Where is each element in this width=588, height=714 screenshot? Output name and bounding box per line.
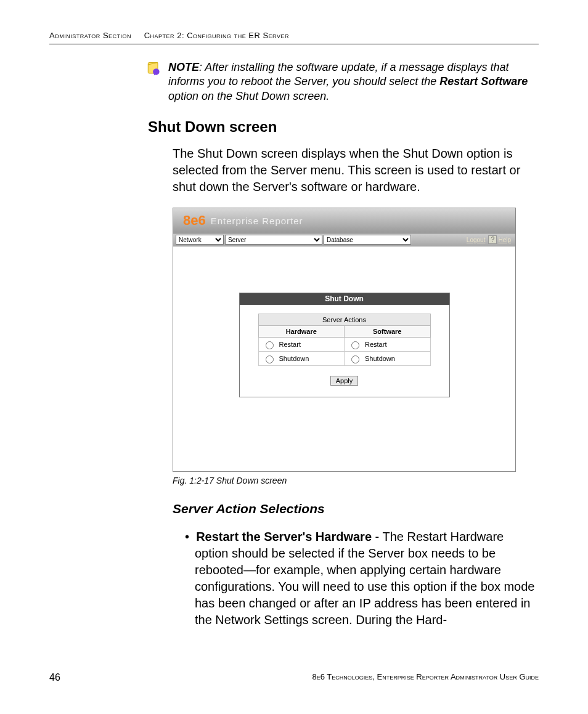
page-footer: 46 8e6 Technologies, Enterprise Reporter… bbox=[49, 672, 539, 683]
app-menubar: Network Server Database Logout ? Help bbox=[173, 233, 515, 246]
bullet-rest: - The Restart Hardware option should be … bbox=[195, 530, 534, 627]
app-window: 8e6 Enterprise Reporter Network Server D… bbox=[173, 208, 516, 472]
radio-sw-shutdown-input[interactable] bbox=[351, 355, 359, 363]
apply-button[interactable]: Apply bbox=[330, 376, 359, 386]
table-group-header: Server Actions bbox=[258, 314, 430, 326]
running-header-left: Administrator Section bbox=[49, 31, 131, 40]
radio-hw-restart-input[interactable] bbox=[266, 341, 274, 349]
help-link-text: Help bbox=[498, 237, 513, 243]
note-body-2: option on the Shut Down screen. bbox=[168, 90, 329, 102]
help-link[interactable]: ? Help bbox=[488, 235, 513, 244]
running-header: Administrator Section Chapter 2: Configu… bbox=[49, 31, 539, 44]
radio-hw-shutdown-label: Shutdown bbox=[279, 355, 309, 362]
intro-paragraph: The Shut Down screen displays when the S… bbox=[173, 145, 539, 195]
radio-hw-restart-label: Restart bbox=[279, 341, 301, 348]
page-number: 46 bbox=[49, 672, 60, 683]
col-hardware: Hardware bbox=[258, 326, 345, 338]
radio-sw-restart-input[interactable] bbox=[351, 341, 359, 349]
panel-title: Shut Down bbox=[240, 293, 449, 305]
radio-hw-restart[interactable]: Restart bbox=[263, 339, 341, 349]
figure-shutdown-screen: 8e6 Enterprise Reporter Network Server D… bbox=[173, 208, 539, 472]
app-banner: 8e6 Enterprise Reporter bbox=[173, 208, 515, 233]
bullet-bold: Restart the Server's Hardware bbox=[196, 530, 372, 543]
app-logo: 8e6 bbox=[183, 213, 206, 229]
radio-sw-restart[interactable]: Restart bbox=[348, 339, 427, 349]
col-software: Software bbox=[345, 326, 431, 338]
radio-hw-shutdown-input[interactable] bbox=[266, 355, 274, 363]
radio-sw-shutdown[interactable]: Shutdown bbox=[348, 354, 427, 363]
table-row: Shutdown Shutdown bbox=[258, 352, 430, 366]
shutdown-panel: Shut Down Server Actions Hardware Softwa… bbox=[239, 293, 450, 397]
radio-sw-restart-label: Restart bbox=[365, 341, 386, 348]
radio-hw-shutdown[interactable]: Shutdown bbox=[263, 354, 341, 363]
running-header-right: Chapter 2: Configuring the ER Server bbox=[144, 31, 289, 40]
server-actions-table: Server Actions Hardware Software Restart bbox=[258, 314, 431, 366]
note-block: NOTE: After installing the software upda… bbox=[145, 60, 539, 103]
note-text: NOTE: After installing the software upda… bbox=[168, 60, 539, 103]
figure-caption: Fig. 1:2-17 Shut Down screen bbox=[173, 476, 539, 485]
bullet-restart-hardware: • Restart the Server's Hardware - The Re… bbox=[185, 529, 539, 628]
table-row: Restart Restart bbox=[258, 338, 430, 352]
menu-server[interactable]: Server bbox=[225, 235, 322, 245]
app-body: Shut Down Server Actions Hardware Softwa… bbox=[173, 246, 515, 471]
app-title: Enterprise Reporter bbox=[211, 216, 303, 226]
svg-point-1 bbox=[153, 68, 160, 75]
subheading-server-actions: Server Action Selections bbox=[173, 501, 539, 516]
note-icon bbox=[145, 60, 162, 78]
menu-network[interactable]: Network bbox=[176, 235, 224, 245]
logout-link[interactable]: Logout bbox=[465, 237, 488, 243]
help-icon: ? bbox=[488, 235, 497, 244]
footer-text: 8e6 Technologies, Enterprise Reporter Ad… bbox=[312, 672, 539, 683]
heading-shutdown: Shut Down screen bbox=[148, 118, 539, 136]
panel-body: Server Actions Hardware Software Restart bbox=[240, 305, 449, 397]
radio-sw-shutdown-label: Shutdown bbox=[365, 355, 395, 362]
note-label: NOTE bbox=[168, 61, 199, 73]
note-bold: Restart Software bbox=[439, 75, 528, 87]
menu-database[interactable]: Database bbox=[324, 235, 411, 245]
